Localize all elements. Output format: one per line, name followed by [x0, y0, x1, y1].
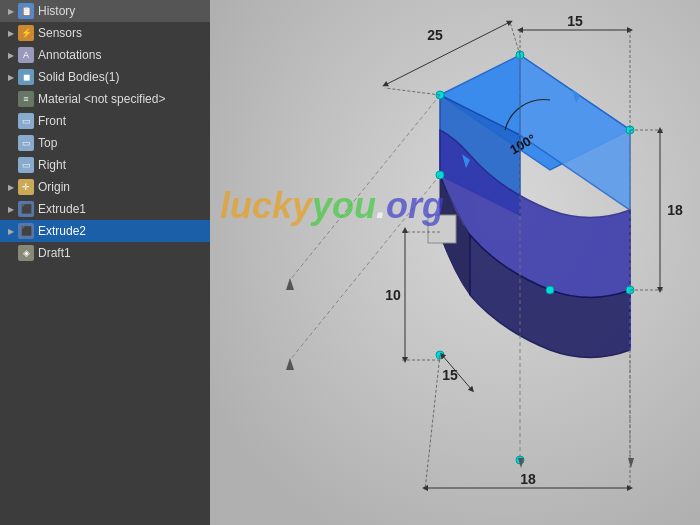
icon-extrude1: ⬛ — [18, 201, 34, 217]
arrow-material — [6, 94, 16, 104]
icon-extrude2: ⬛ — [18, 223, 34, 239]
arrow-sensors: ▶ — [6, 28, 16, 38]
label-right: Right — [38, 158, 66, 172]
icon-annotations: A — [18, 47, 34, 63]
sidebar-item-right[interactable]: ▭Right — [0, 154, 210, 176]
arrow-history: ▶ — [6, 6, 16, 16]
icon-sensors: ⚡ — [18, 25, 34, 41]
icon-material: ≡ — [18, 91, 34, 107]
arrow-solid-bodies: ▶ — [6, 72, 16, 82]
arrow-draft1 — [6, 248, 16, 258]
sketch-square — [428, 215, 456, 243]
label-history: History — [38, 4, 75, 18]
dim-18-right: 18 — [667, 202, 683, 218]
sidebar-item-sensors[interactable]: ▶⚡Sensors — [0, 22, 210, 44]
label-top: Top — [38, 136, 57, 150]
icon-origin: ✛ — [18, 179, 34, 195]
label-extrude2: Extrude2 — [38, 224, 86, 238]
icon-front: ▭ — [18, 113, 34, 129]
dim-25: 25 — [427, 27, 443, 43]
label-draft1: Draft1 — [38, 246, 71, 260]
cad-viewport[interactable]: 15 25 18 10 15 18 100° — [210, 0, 700, 525]
sidebar-item-history[interactable]: ▶📋History — [0, 0, 210, 22]
label-material: Material <not specified> — [38, 92, 165, 106]
icon-right: ▭ — [18, 157, 34, 173]
label-solid-bodies: Solid Bodies(1) — [38, 70, 119, 84]
sidebar-item-origin[interactable]: ▶✛Origin — [0, 176, 210, 198]
dim-15-bottom: 15 — [442, 367, 458, 383]
sidebar-item-front[interactable]: ▭Front — [0, 110, 210, 132]
sidebar-item-annotations[interactable]: ▶AAnnotations — [0, 44, 210, 66]
arrow-top — [6, 138, 16, 148]
snap-point — [546, 286, 554, 294]
icon-history: 📋 — [18, 3, 34, 19]
sidebar-item-draft1[interactable]: ◈Draft1 — [0, 242, 210, 264]
dim-10: 10 — [385, 287, 401, 303]
label-annotations: Annotations — [38, 48, 101, 62]
sidebar-item-material[interactable]: ≡Material <not specified> — [0, 88, 210, 110]
label-front: Front — [38, 114, 66, 128]
feature-tree-sidebar: ▶📋History▶⚡Sensors▶AAnnotations▶◼Solid B… — [0, 0, 210, 525]
dim-15-top: 15 — [567, 13, 583, 29]
icon-draft1: ◈ — [18, 245, 34, 261]
arrow-annotations: ▶ — [6, 50, 16, 60]
label-sensors: Sensors — [38, 26, 82, 40]
sidebar-item-extrude2[interactable]: ▶⬛Extrude2 — [0, 220, 210, 242]
arrow-right — [6, 160, 16, 170]
label-origin: Origin — [38, 180, 70, 194]
sidebar-item-extrude1[interactable]: ▶⬛Extrude1 — [0, 198, 210, 220]
dim-18-bottom: 18 — [520, 471, 536, 487]
icon-top: ▭ — [18, 135, 34, 151]
arrow-extrude1: ▶ — [6, 204, 16, 214]
label-extrude1: Extrude1 — [38, 202, 86, 216]
arrow-extrude2: ▶ — [6, 226, 16, 236]
sidebar-item-top[interactable]: ▭Top — [0, 132, 210, 154]
arrow-front — [6, 116, 16, 126]
arrow-origin: ▶ — [6, 182, 16, 192]
sidebar-item-solid-bodies[interactable]: ▶◼Solid Bodies(1) — [0, 66, 210, 88]
icon-solid-bodies: ◼ — [18, 69, 34, 85]
